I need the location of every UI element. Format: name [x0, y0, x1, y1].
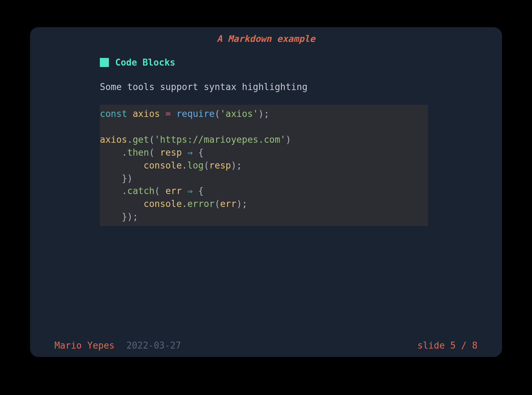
code-method: get — [133, 134, 149, 145]
code-object: axios — [100, 134, 127, 145]
code-line-1: const axios = require('axios'); — [100, 107, 428, 120]
code-punct: ( — [155, 186, 165, 196]
slide-counter: slide 5 / 8 — [418, 340, 478, 351]
code-object: console — [143, 160, 182, 171]
code-object: console — [143, 199, 182, 209]
code-line-8: console.error(err); — [100, 198, 428, 210]
code-punct: ( — [215, 199, 220, 209]
code-method: catch — [127, 186, 154, 196]
code-punct: . — [122, 147, 127, 158]
code-block: const axios = require('axios'); axios.ge… — [100, 105, 428, 226]
code-string: 'axios' — [220, 109, 258, 119]
code-indent — [100, 160, 143, 171]
code-param: err — [165, 186, 182, 196]
section-header: Code Blocks — [100, 57, 478, 68]
section-marker-icon — [100, 58, 109, 67]
code-string: 'https://marioyepes.com' — [155, 134, 286, 145]
code-punct: ( — [215, 109, 220, 119]
code-variable: axios — [127, 109, 165, 119]
code-punct: ( — [204, 160, 209, 171]
code-punct: }) — [122, 173, 133, 184]
code-punct: ); — [231, 160, 242, 171]
code-indent — [100, 186, 122, 196]
code-arrow: ⇒ — [182, 147, 198, 158]
code-punct: ); — [258, 109, 269, 119]
code-punct: ( — [149, 147, 160, 158]
code-punct: . — [122, 186, 127, 196]
code-function: require — [171, 109, 215, 119]
footer-left: Mario Yepes 2022-03-27 — [54, 340, 181, 351]
body-text: Some tools support syntax highlighting — [100, 82, 478, 92]
code-method: log — [187, 160, 204, 171]
code-line-4: .then( resp ⇒ { — [100, 146, 428, 159]
code-line-5: console.log(resp); — [100, 159, 428, 172]
code-param: resp — [160, 147, 182, 158]
code-line-9: }); — [100, 210, 428, 223]
section-heading: Code Blocks — [115, 57, 175, 68]
slide-title: A Markdown example — [54, 33, 478, 44]
author-name: Mario Yepes — [54, 340, 114, 351]
code-punct: . — [182, 199, 187, 209]
code-punct: ); — [236, 199, 247, 209]
code-keyword: const — [100, 109, 127, 119]
code-arrow: ⇒ — [182, 186, 198, 196]
code-param: err — [220, 199, 236, 209]
code-punct: { — [198, 147, 204, 158]
code-method: error — [187, 199, 214, 209]
code-punct: }); — [122, 211, 138, 222]
code-punct: ) — [286, 134, 291, 145]
code-indent — [100, 173, 122, 184]
code-operator: = — [165, 109, 171, 119]
code-line-blank — [100, 120, 428, 133]
code-punct: . — [182, 160, 187, 171]
code-indent — [100, 199, 143, 209]
code-method: then — [127, 147, 149, 158]
code-punct: . — [127, 134, 133, 145]
code-line-3: axios.get('https://marioyepes.com') — [100, 133, 428, 146]
code-line-7: .catch( err ⇒ { — [100, 185, 428, 198]
code-punct: { — [198, 186, 204, 196]
code-indent — [100, 211, 122, 222]
slide-container: A Markdown example Code Blocks Some tool… — [30, 27, 502, 357]
code-indent — [100, 147, 122, 158]
code-punct: ( — [149, 134, 155, 145]
code-param: resp — [209, 160, 231, 171]
code-line-6: }) — [100, 172, 428, 185]
slide-date: 2022-03-27 — [126, 340, 181, 351]
slide-footer: Mario Yepes 2022-03-27 slide 5 / 8 — [54, 340, 478, 351]
